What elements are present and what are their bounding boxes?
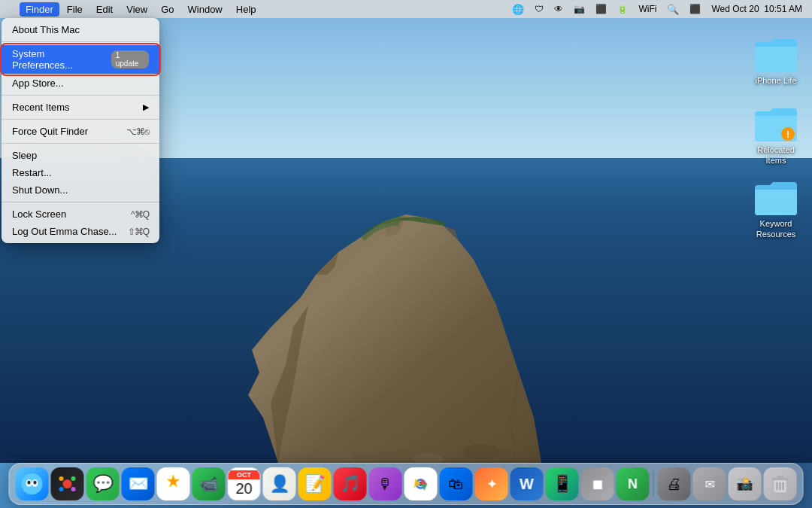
dock-photos[interactable] xyxy=(157,467,190,500)
iphone-life-folder-label: iPhone Life xyxy=(755,75,796,86)
dock-notes[interactable]: 📝 xyxy=(298,467,332,500)
menubar-window[interactable]: Window xyxy=(182,2,229,17)
menu-separator-5 xyxy=(2,202,159,202)
svg-point-15 xyxy=(71,476,76,481)
facetime-emoji: 📹 xyxy=(199,475,218,493)
shutdown-item[interactable]: Shut Down... xyxy=(2,181,159,199)
dock-trash[interactable] xyxy=(764,467,797,500)
recent-items-item[interactable]: Recent Items ▶ xyxy=(2,99,159,116)
menubar-right: 🌐 🛡 👁 📷 ⬛ 🔋 WiFi 🔍 ⬛ Wed Oct 20 10:51 AM xyxy=(508,2,806,17)
update-badge: 1 update xyxy=(111,50,149,68)
numbers-label: N xyxy=(628,476,638,492)
dock-mail[interactable]: ✉️ xyxy=(122,467,155,500)
app-store-item[interactable]: App Store... xyxy=(2,75,159,92)
svg-point-10 xyxy=(28,481,31,485)
recent-items-label: Recent Items xyxy=(12,102,70,113)
about-this-mac-item[interactable]: About This Mac xyxy=(2,21,159,38)
dock-podcasts[interactable]: 🎙 xyxy=(369,467,402,500)
logout-label: Log Out Emma Chase... xyxy=(12,226,117,237)
apple-dropdown-menu: About This Mac System Preferences... 1 u… xyxy=(2,18,159,243)
dock-airmail[interactable]: ✉ xyxy=(693,467,726,500)
menubar-file[interactable]: File xyxy=(61,2,89,17)
menubar-finder[interactable]: Finder xyxy=(20,2,59,17)
logout-item[interactable]: Log Out Emma Chase... ⇧⌘Q xyxy=(2,223,159,240)
menubar-edit[interactable]: Edit xyxy=(90,2,119,17)
notes-emoji: 📝 xyxy=(304,474,325,494)
dock-taskheat[interactable]: ✦ xyxy=(475,467,508,500)
keyword-resources-folder-icon xyxy=(755,179,797,215)
svg-text:!: ! xyxy=(786,129,789,140)
dock-separator xyxy=(653,471,654,497)
battery-status[interactable]: 🔋 xyxy=(614,3,632,16)
sleep-label: Sleep xyxy=(12,150,37,161)
dock-printer[interactable]: 🖨 xyxy=(658,467,691,500)
restart-label: Restart... xyxy=(12,167,52,178)
appstore-emoji: 🛍 xyxy=(449,476,464,493)
dock-launchpad[interactable] xyxy=(51,467,84,500)
menu-separator-2 xyxy=(2,95,159,96)
trash-icon xyxy=(771,473,790,494)
recent-items-arrow: ▶ xyxy=(143,102,149,112)
svg-point-17 xyxy=(71,487,76,491)
force-quit-label: Force Quit Finder xyxy=(12,126,88,137)
dock-numbers[interactable]: N xyxy=(617,467,650,500)
language-status-icon[interactable]: 🌐 xyxy=(508,2,528,17)
lock-screen-item[interactable]: Lock Screen ^⌘Q xyxy=(2,205,159,223)
taskheat-label: ✦ xyxy=(486,477,496,491)
island-cliff xyxy=(218,177,594,463)
svg-point-14 xyxy=(59,476,64,481)
screenium-icon[interactable]: 👁 xyxy=(550,2,567,16)
menubar-left: Finder File Edit View Go Window Help xyxy=(6,2,508,17)
app-store-label: App Store... xyxy=(12,78,64,89)
dock-word[interactable]: W xyxy=(511,467,544,500)
dock-contacts[interactable]: 👤 xyxy=(263,467,296,500)
calendar-day: 20 xyxy=(235,479,252,497)
svg-rect-25 xyxy=(777,476,783,478)
svg-point-16 xyxy=(59,487,64,491)
dock-screenshots[interactable]: 📸 xyxy=(729,467,762,500)
lock-screen-label: Lock Screen xyxy=(12,208,66,220)
menubar-help[interactable]: Help xyxy=(230,2,262,17)
menubar: Finder File Edit View Go Window Help 🌐 🛡… xyxy=(0,0,812,18)
system-preferences-item[interactable]: System Preferences... 1 update xyxy=(2,45,159,74)
menubar-go[interactable]: Go xyxy=(155,2,180,17)
menu-separator-3 xyxy=(2,119,159,120)
relocated-items-folder[interactable]: ! Relocated Items xyxy=(746,105,806,166)
svg-rect-24 xyxy=(772,478,789,480)
restart-item[interactable]: Restart... xyxy=(2,164,159,181)
sleep-item[interactable]: Sleep xyxy=(2,147,159,164)
datetime-display: Wed Oct 20 10:51 AM xyxy=(707,2,806,16)
menubar-view[interactable]: View xyxy=(120,2,153,17)
force-quit-item[interactable]: Force Quit Finder ⌥⌘⎋ xyxy=(2,123,159,140)
dock-finder[interactable] xyxy=(16,467,49,500)
iphone-life-folder-icon xyxy=(755,36,797,72)
search-icon[interactable]: 🔍 xyxy=(663,2,683,17)
dock-calendar[interactable]: OCT 20 xyxy=(228,467,261,500)
kaspersky-icon[interactable]: 🛡 xyxy=(531,2,547,16)
contacts-emoji: 👤 xyxy=(269,474,289,494)
logout-shortcut: ⇧⌘Q xyxy=(128,227,149,237)
iphone-life-folder[interactable]: iPhone Life xyxy=(746,36,806,86)
calendar-month: OCT xyxy=(229,470,260,479)
dock-appstore[interactable]: 🛍 xyxy=(440,467,473,500)
messages-emoji: 💬 xyxy=(92,474,113,494)
keyword-resources-folder[interactable]: Keyword Resources xyxy=(746,179,806,240)
bluetooth-icon[interactable]: ⬛ xyxy=(592,2,611,16)
dock-chrome[interactable] xyxy=(404,467,438,500)
about-this-mac-label: About This Mac xyxy=(12,24,80,35)
imageoptim-icon[interactable]: 📷 xyxy=(570,2,589,16)
dock-whatsapp[interactable]: 📱 xyxy=(546,467,579,500)
apple-menu-button[interactable] xyxy=(6,8,18,11)
desktop: Finder File Edit View Go Window Help 🌐 🛡… xyxy=(0,0,812,508)
system-preferences-label: System Preferences... xyxy=(12,48,107,71)
mail-emoji: ✉️ xyxy=(128,474,148,494)
wifi-status[interactable]: WiFi xyxy=(635,2,660,16)
dock-messages[interactable]: 💬 xyxy=(86,467,120,500)
whatsapp-emoji: 📱 xyxy=(552,474,572,494)
dock-notchmeister[interactable]: ◼ xyxy=(581,467,614,500)
control-center-icon[interactable]: ⬛ xyxy=(686,2,704,16)
dock-facetime[interactable]: 📹 xyxy=(192,467,226,500)
svg-point-11 xyxy=(34,481,37,485)
music-emoji: 🎵 xyxy=(340,474,360,494)
dock-music[interactable]: 🎵 xyxy=(334,467,367,500)
